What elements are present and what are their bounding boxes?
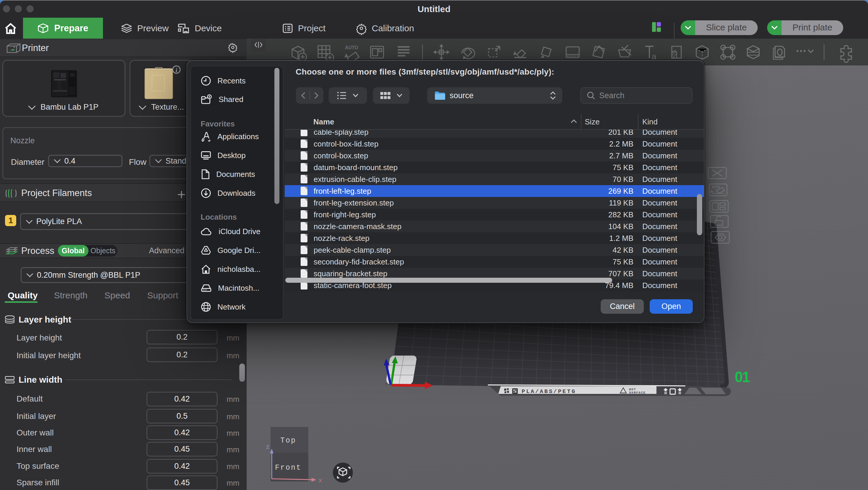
svg-text:AUTO: AUTO [345, 45, 358, 50]
svg-text:x: x [319, 477, 322, 484]
svg-text:PLA/ABS/PETG: PLA/ABS/PETG [522, 388, 576, 395]
svg-text:HOT: HOT [629, 388, 636, 391]
svg-text:AUTO: AUTO [712, 186, 720, 189]
svg-text:z: z [266, 443, 269, 450]
svg-text:a: a [652, 52, 656, 61]
svg-text:SURFACE: SURFACE [629, 391, 646, 394]
svg-text:Top: Top [280, 436, 296, 445]
svg-text:01: 01 [735, 369, 750, 385]
svg-text:Front: Front [275, 463, 302, 472]
